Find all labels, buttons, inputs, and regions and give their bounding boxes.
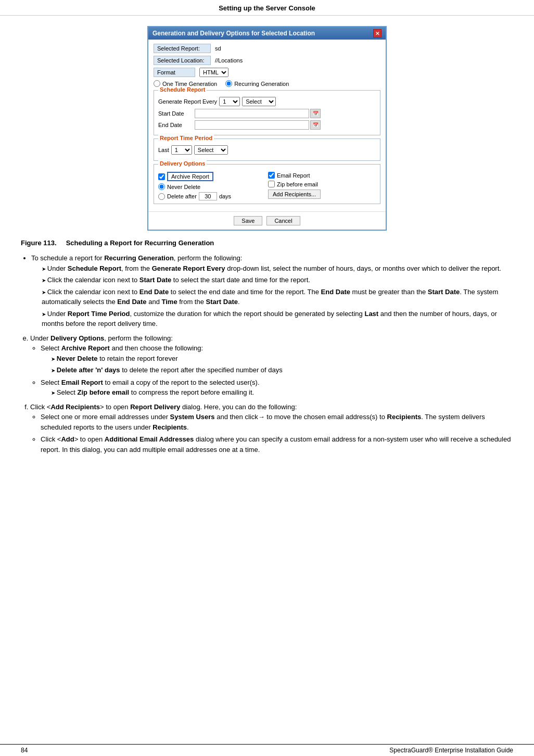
main-bullet-list: To schedule a report for Recurring Gener… bbox=[31, 253, 513, 329]
system-users-item: Select one or more email addresses under… bbox=[41, 412, 513, 432]
alpha-item-f: Click <Add Recipients> to open Report De… bbox=[30, 402, 513, 455]
delivery-options-title: Delivery Options bbox=[158, 160, 207, 167]
start-date-label: Start Date bbox=[158, 110, 195, 117]
recurring-label: Recurring Generation bbox=[234, 81, 289, 87]
figure-title: Scheduling a Report for Recurring Genera… bbox=[66, 239, 214, 247]
format-select[interactable]: HTML PDF CSV bbox=[199, 68, 228, 77]
generate-every-label: Generate Report Every bbox=[158, 98, 217, 105]
sub-item-4: Under Report Time Period, customize the … bbox=[42, 309, 513, 329]
delivery-right-col: Email Report Zip before email Add Recipi… bbox=[268, 172, 376, 200]
delete-after-item: Delete after 'n' days to delete the repo… bbox=[51, 365, 513, 375]
zip-before-email-label: Zip before email bbox=[277, 181, 318, 187]
recipients-sub-list: Select one or more email addresses under… bbox=[41, 412, 513, 455]
schedule-report-section: Schedule Report Generate Report Every 12… bbox=[154, 90, 380, 135]
sub-item-2: Click the calendar icon next to Start Da… bbox=[42, 275, 513, 285]
end-date-input[interactable] bbox=[195, 120, 309, 130]
add-recipients-label: Add Recipients... bbox=[273, 191, 316, 197]
add-recipients-row: Add Recipients... bbox=[268, 190, 376, 199]
never-delete-label: Never Delete bbox=[167, 184, 200, 190]
selected-location-label: Selected Location: bbox=[154, 56, 211, 65]
archive-report-button[interactable]: Archive Report bbox=[167, 172, 213, 181]
recurring-radio[interactable] bbox=[225, 80, 232, 87]
body-content: To schedule a report for Recurring Gener… bbox=[21, 253, 513, 455]
schedule-report-title: Schedule Report bbox=[158, 86, 207, 93]
delete-after-days-suffix: days bbox=[219, 193, 231, 199]
alpha-list: Under Delivery Options, perform the foll… bbox=[30, 333, 513, 455]
cancel-button[interactable]: Cancel bbox=[266, 216, 300, 225]
time-period-title: Report Time Period bbox=[158, 135, 214, 141]
dialog-body: Selected Report: sd Selected Location: /… bbox=[148, 40, 386, 211]
email-report-label: Email Report bbox=[277, 172, 310, 179]
delete-after-days-input[interactable] bbox=[199, 192, 217, 200]
end-date-label: End Date bbox=[158, 122, 195, 128]
selected-location-value: //Locations bbox=[215, 57, 243, 64]
format-row: Format HTML PDF CSV bbox=[154, 68, 380, 77]
figure-number: Figure 113. bbox=[21, 239, 57, 247]
generate-every-unit-select[interactable]: SelectHoursDaysMonths bbox=[242, 97, 276, 106]
archive-report-label: Archive Report bbox=[171, 173, 209, 180]
archive-report-checkbox[interactable] bbox=[158, 173, 165, 180]
end-date-calendar-button[interactable]: 📅 bbox=[310, 120, 321, 130]
zip-before-email-row: Zip before email bbox=[268, 181, 376, 187]
generate-every-num-select[interactable]: 123 bbox=[219, 97, 240, 106]
sub-item-3: Click the calendar icon next to End Date… bbox=[42, 287, 513, 307]
last-num-select[interactable]: 123 bbox=[171, 145, 192, 155]
page-number: 84 bbox=[21, 747, 28, 754]
page-footer: 84 SpectraGuard® Enterprise Installation… bbox=[0, 744, 534, 756]
never-delete-radio[interactable] bbox=[158, 183, 165, 190]
dialog-titlebar: Generation and Delivery Options for Sele… bbox=[148, 27, 386, 40]
delete-after-row: Delete after days bbox=[158, 192, 266, 200]
footer-title: SpectraGuard® Enterprise Installation Gu… bbox=[389, 747, 513, 754]
never-delete-row: Never Delete bbox=[158, 183, 266, 190]
never-delete-item: Never Delete to retain the report foreve… bbox=[51, 354, 513, 364]
email-report-row: Email Report bbox=[268, 172, 376, 179]
email-report-item: Select Email Report to email a copy of t… bbox=[41, 377, 513, 398]
recurring-sub-list: Under Schedule Report, from the Generate… bbox=[42, 263, 513, 329]
archive-report-item: Select Archive Report and then choose th… bbox=[41, 343, 513, 375]
dialog-title: Generation and Delivery Options for Sele… bbox=[152, 30, 315, 37]
selected-report-label: Selected Report: bbox=[154, 44, 211, 53]
archive-report-row: Archive Report bbox=[158, 172, 266, 181]
delivery-sub-list: Select Archive Report and then choose th… bbox=[41, 343, 513, 398]
end-date-row: End Date 📅 bbox=[158, 120, 376, 130]
save-button[interactable]: Save bbox=[234, 216, 262, 225]
dialog-wrapper: Generation and Delivery Options for Sele… bbox=[21, 26, 513, 231]
recurring-generation-option[interactable]: Recurring Generation bbox=[225, 80, 289, 87]
selected-report-value: sd bbox=[215, 45, 221, 52]
dialog-box: Generation and Delivery Options for Sele… bbox=[147, 26, 387, 231]
format-label: Format bbox=[154, 68, 195, 77]
add-recipients-button[interactable]: Add Recipients... bbox=[268, 190, 321, 199]
alpha-item-e: Under Delivery Options, perform the foll… bbox=[30, 333, 513, 398]
start-date-calendar-button[interactable]: 📅 bbox=[310, 109, 321, 118]
schedule-report-content: Generate Report Every 123 SelectHoursDay… bbox=[158, 97, 376, 130]
figure-caption: Figure 113. Scheduling a Report for Recu… bbox=[21, 239, 513, 247]
last-label: Last bbox=[158, 147, 169, 153]
page-header: Setting up the Server Console bbox=[0, 0, 534, 16]
start-date-input[interactable] bbox=[195, 109, 309, 118]
selected-report-row: Selected Report: sd bbox=[154, 44, 380, 53]
zip-before-email-item: Select Zip before email to compress the … bbox=[51, 387, 513, 398]
selected-location-row: Selected Location: //Locations bbox=[154, 56, 380, 65]
email-report-checkbox[interactable] bbox=[268, 172, 275, 179]
time-period-content: Last 123 SelectHoursDaysMonths bbox=[158, 145, 376, 155]
last-row: Last 123 SelectHoursDaysMonths bbox=[158, 145, 376, 155]
time-period-section: Report Time Period Last 123 SelectHoursD… bbox=[154, 138, 380, 161]
page-header-text: Setting up the Server Console bbox=[219, 4, 315, 12]
one-time-label: One Time Generation bbox=[162, 81, 217, 87]
email-sub-list: Select Zip before email to compress the … bbox=[51, 387, 513, 398]
last-unit-select[interactable]: SelectHoursDaysMonths bbox=[194, 145, 228, 155]
delete-after-radio[interactable] bbox=[158, 193, 165, 200]
delivery-options-section: Delivery Options Archive Report bbox=[154, 164, 380, 204]
zip-before-email-checkbox[interactable] bbox=[268, 181, 275, 187]
delivery-grid: Archive Report Never Delete Delete after bbox=[158, 172, 376, 200]
archive-sub-list: Never Delete to retain the report foreve… bbox=[51, 354, 513, 375]
delivery-left-col: Archive Report Never Delete Delete after bbox=[158, 172, 266, 200]
sub-item-1: Under Schedule Report, from the Generate… bbox=[42, 263, 513, 274]
intro-item: To schedule a report for Recurring Gener… bbox=[31, 253, 513, 329]
generate-every-row: Generate Report Every 123 SelectHoursDay… bbox=[158, 97, 376, 106]
start-date-row: Start Date 📅 bbox=[158, 109, 376, 118]
dialog-close-button[interactable]: ✕ bbox=[373, 29, 382, 37]
add-email-item: Click <Add> to open Additional Email Add… bbox=[41, 434, 513, 455]
dialog-footer: Save Cancel bbox=[148, 211, 386, 230]
delete-after-label: Delete after bbox=[167, 193, 197, 199]
